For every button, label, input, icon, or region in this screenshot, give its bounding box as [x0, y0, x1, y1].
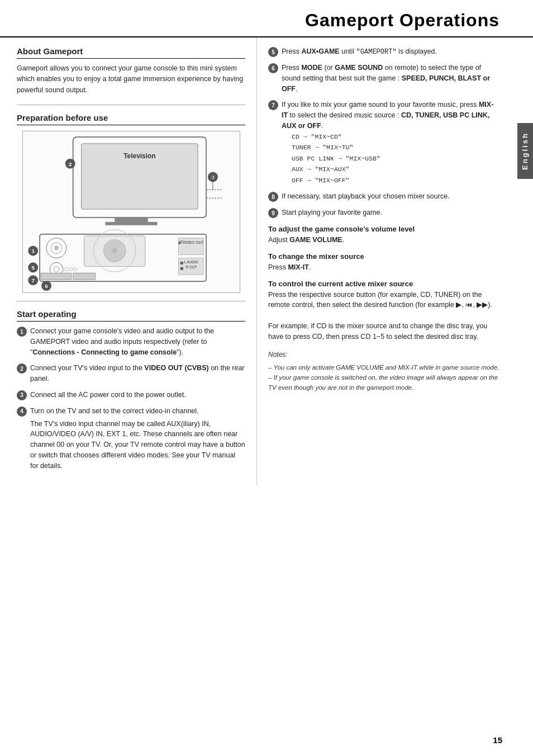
- about-title: About Gameport: [17, 46, 245, 59]
- svg-point-14: [53, 266, 59, 272]
- step-8-text: If necessary, start playback your chosen…: [282, 191, 450, 202]
- page-number: 15: [493, 735, 502, 745]
- svg-point-17: [73, 267, 77, 271]
- step-5: 5 Press AUX•GAME until "GAMEPORT" is dis…: [268, 46, 499, 57]
- step-6: 6 Press MODE (or GAME SOUND on remote) t…: [268, 63, 499, 94]
- svg-rect-31: [73, 273, 95, 280]
- page-title: Gameport Operations: [305, 10, 499, 30]
- svg-text:5: 5: [31, 264, 35, 271]
- left-steps-list: 1 Connect your game console's video and …: [17, 326, 245, 471]
- svg-text:Television: Television: [123, 152, 155, 160]
- about-section: About Gameport Gameport allows you to co…: [17, 46, 245, 96]
- tip-active-mixer: To control the current active mixer sour…: [268, 280, 499, 342]
- tip-game-volume: To adjust the game console's volume leve…: [268, 225, 499, 245]
- svg-text:1: 1: [31, 248, 35, 254]
- about-body: Gameport allows you to connect your game…: [17, 63, 245, 96]
- svg-point-29: [180, 267, 183, 270]
- right-steps-list: 5 Press AUX•GAME until "GAMEPORT" is dis…: [268, 46, 499, 218]
- tip-active-mixer-title: To control the current active mixer sour…: [268, 280, 499, 288]
- svg-rect-4: [105, 222, 157, 225]
- step-7-text: If you like to mix your game sound to yo…: [282, 100, 499, 186]
- gameport-diagram: Television 2 3: [22, 131, 240, 293]
- svg-rect-3: [115, 218, 148, 222]
- start-section: Start operating 1 Connect your game cons…: [17, 309, 245, 471]
- tip-game-volume-body: Adjust GAME VOLUME.: [268, 235, 499, 245]
- side-tab: English: [517, 123, 533, 179]
- mix-indent: CD → "MIX~CD" TUNER → "MIX~TU" USB PC LI…: [292, 131, 499, 186]
- svg-point-21: [112, 248, 117, 254]
- svg-text:7: 7: [31, 277, 35, 284]
- tip-mixer-source: To change the mixer source Press MIX-IT.: [268, 252, 499, 273]
- svg-text:R  OUT: R OUT: [185, 265, 197, 269]
- step-5-text: Press AUX•GAME until "GAMEPORT" is displ…: [282, 46, 437, 57]
- step-3-num: 3: [17, 390, 27, 400]
- tip-mixer-source-title: To change the mixer source: [268, 252, 499, 261]
- notes-block: Notes: – You can only activate GAME VOLU…: [268, 349, 499, 393]
- step-7: 7 If you like to mix your game sound to …: [268, 100, 499, 186]
- svg-rect-24: [179, 240, 184, 243]
- tip-mixer-source-body: Press MIX-IT.: [268, 262, 499, 273]
- svg-text:L AUDIO: L AUDIO: [184, 260, 198, 264]
- divider-2: [17, 301, 245, 301]
- note-2: – If your game console is switched on, t…: [268, 372, 499, 393]
- prep-section: Preparation before use Television 2: [17, 113, 245, 293]
- tip-active-mixer-body: Press the respective source button (for …: [268, 290, 499, 342]
- step-3-text: Connect all the AC power cord to the pow…: [30, 390, 186, 400]
- svg-point-28: [180, 262, 183, 265]
- diagram-area: Television 2 3: [17, 131, 245, 293]
- prep-title: Preparation before use: [17, 113, 245, 125]
- main-content: About Gameport Gameport allows you to co…: [0, 37, 533, 485]
- step-9: 9 Start playing your favorite game.: [268, 207, 499, 218]
- right-column: 5 Press AUX•GAME until "GAMEPORT" is dis…: [257, 37, 533, 485]
- svg-point-16: [69, 267, 72, 271]
- svg-point-12: [54, 246, 58, 251]
- step-8: 8 If necessary, start playback your chos…: [268, 191, 499, 202]
- step-1: 1 Connect your game console's video and …: [17, 326, 245, 357]
- left-column: About Gameport Gameport allows you to co…: [0, 37, 257, 485]
- step-5-num: 5: [268, 47, 278, 57]
- svg-point-15: [64, 267, 68, 271]
- step-1-num: 1: [17, 327, 27, 337]
- step-1-text: Connect your game console's video and au…: [30, 326, 245, 357]
- step-9-num: 9: [268, 208, 278, 218]
- start-title: Start operating: [17, 309, 245, 322]
- notes-title: Notes:: [268, 349, 499, 360]
- step-3: 3 Connect all the AC power cord to the p…: [17, 390, 245, 400]
- step-4: 4 Turn on the TV and set to the correct …: [17, 406, 245, 471]
- svg-text:2: 2: [68, 161, 72, 167]
- step-2-num: 2: [17, 363, 27, 374]
- step-6-num: 6: [268, 63, 278, 73]
- step-8-num: 8: [268, 192, 278, 202]
- step-7-num: 7: [268, 100, 278, 110]
- page-header: Gameport Operations: [0, 0, 533, 37]
- step-4-text: Turn on the TV and set to the correct vi…: [30, 406, 245, 471]
- tip-game-volume-title: To adjust the game console's volume leve…: [268, 225, 499, 233]
- step-2-text: Connect your TV's video input to the VID…: [30, 363, 245, 384]
- step-4-num: 4: [17, 407, 27, 417]
- divider-1: [17, 105, 245, 105]
- step-2: 2 Connect your TV's video input to the V…: [17, 363, 245, 384]
- step-9-text: Start playing your favorite game.: [282, 207, 382, 218]
- note-1: – You can only activate GAME VOLUME and …: [268, 362, 499, 372]
- svg-text:6: 6: [45, 283, 48, 289]
- step-6-text: Press MODE (or GAME SOUND on remote) to …: [282, 63, 499, 94]
- svg-rect-30: [41, 273, 72, 280]
